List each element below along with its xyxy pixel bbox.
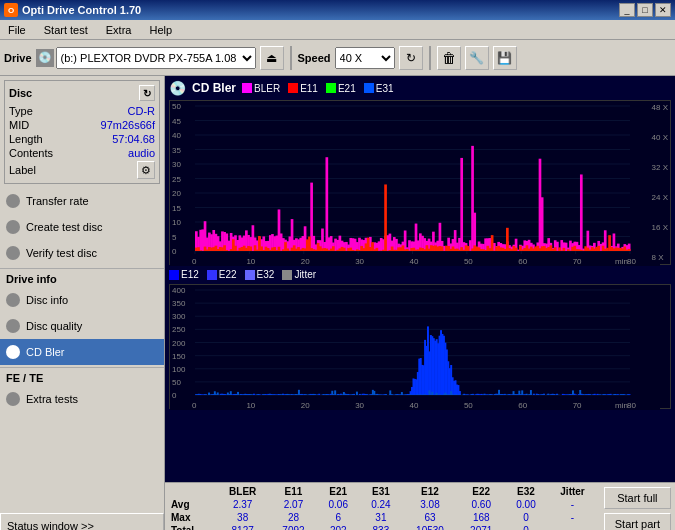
col-header-e21: E21 xyxy=(317,485,360,498)
disc-panel: Disc ↻ Type CD-R MID 97m26s66f Length 57… xyxy=(4,80,160,184)
e31-color xyxy=(364,83,374,93)
top-chart-container: 48 X 40 X 32 X 24 X 16 X 8 X xyxy=(169,100,671,265)
sidebar-item-verify-test-disc[interactable]: Verify test disc xyxy=(0,240,164,266)
type-value: CD-R xyxy=(128,105,156,117)
col-header-e22: E22 xyxy=(458,485,505,498)
col-header-jitter: Jitter xyxy=(547,485,597,498)
chart-bottom-header: E12 E22 E32 Jitter xyxy=(169,269,671,280)
label-label: Label xyxy=(9,164,36,176)
save-button[interactable]: 💾 xyxy=(493,46,517,70)
chart-area: 💿 CD Bler BLER E11 E21 xyxy=(165,76,675,482)
col-header-e32: E32 xyxy=(505,485,548,498)
tools-button[interactable]: 🔧 xyxy=(465,46,489,70)
top-chart-canvas xyxy=(170,101,660,266)
speed-label: Speed xyxy=(298,52,331,64)
menu-help[interactable]: Help xyxy=(145,22,176,38)
drive-icon: 💿 xyxy=(36,49,54,67)
toolbar: Drive 💿 (b:) PLEXTOR DVDR PX-755A 1.08 ⏏… xyxy=(0,40,675,76)
jitter-color xyxy=(282,270,292,280)
col-header-bler: BLER xyxy=(215,485,270,498)
create-test-disc-icon xyxy=(6,220,20,234)
status-window-button[interactable]: Status window >> xyxy=(0,513,164,530)
col-header-empty xyxy=(167,485,215,498)
chart-title: CD Bler xyxy=(192,81,236,95)
close-button[interactable]: ✕ xyxy=(655,3,671,17)
contents-label: Contents xyxy=(9,147,53,159)
erase-button[interactable]: 🗑 xyxy=(437,46,461,70)
sidebar-item-create-test-disc[interactable]: Create test disc xyxy=(0,214,164,240)
col-header-e11: E11 xyxy=(270,485,317,498)
fe-te-section[interactable]: FE / TE xyxy=(0,367,164,386)
maximize-button[interactable]: □ xyxy=(637,3,653,17)
menu-extra[interactable]: Extra xyxy=(102,22,136,38)
title-bar: O Opti Drive Control 1.70 _ □ ✕ xyxy=(0,0,675,20)
legend-e32: E32 xyxy=(245,269,275,280)
app-icon: O xyxy=(4,3,18,17)
legend-e11: E11 xyxy=(288,83,318,94)
start-full-button[interactable]: Start full xyxy=(604,487,671,509)
stats-table: BLER E11 E21 E31 E12 E22 E32 Jitter Avg2… xyxy=(167,485,598,530)
type-label: Type xyxy=(9,105,33,117)
legend-e21: E21 xyxy=(326,83,356,94)
chart-top-header: 💿 CD Bler BLER E11 E21 xyxy=(169,80,671,96)
mid-value: 97m26s66f xyxy=(101,119,155,131)
minimize-button[interactable]: _ xyxy=(619,3,635,17)
right-yaxis: 48 X 40 X 32 X 24 X 16 X 8 X xyxy=(652,101,668,264)
length-value: 57:04.68 xyxy=(112,133,155,145)
app-title: Opti Drive Control 1.70 xyxy=(22,4,141,16)
sidebar-item-disc-info[interactable]: Disc info xyxy=(0,287,164,313)
sidebar-item-disc-quality[interactable]: Disc quality xyxy=(0,313,164,339)
stats-area: BLER E11 E21 E31 E12 E22 E32 Jitter Avg2… xyxy=(165,482,675,530)
legend-e12: E12 xyxy=(169,269,199,280)
length-label: Length xyxy=(9,133,43,145)
disc-quality-icon xyxy=(6,319,20,333)
col-header-e31: E31 xyxy=(360,485,403,498)
menu-start-test[interactable]: Start test xyxy=(40,22,92,38)
transfer-rate-icon xyxy=(6,194,20,208)
bottom-chart-canvas xyxy=(170,285,660,410)
toolbar-separator xyxy=(290,46,292,70)
speed-select[interactable]: 40 X xyxy=(335,47,395,69)
label-icon-button[interactable]: ⚙ xyxy=(137,161,155,179)
disc-info-icon xyxy=(6,293,20,307)
e11-color xyxy=(288,83,298,93)
bler-color xyxy=(242,83,252,93)
menu-file[interactable]: File xyxy=(4,22,30,38)
content-area: 💿 CD Bler BLER E11 E21 xyxy=(165,76,675,530)
e22-color xyxy=(207,270,217,280)
legend-bler: BLER xyxy=(242,83,280,94)
cd-bler-icon xyxy=(6,345,20,359)
legend-e22: E22 xyxy=(207,269,237,280)
e12-color xyxy=(169,270,179,280)
start-buttons-area: Start full Start part xyxy=(600,483,675,530)
start-part-button[interactable]: Start part xyxy=(604,513,671,530)
bottom-chart-container xyxy=(169,284,671,409)
cd-icon: 💿 xyxy=(169,80,186,96)
drive-info-section[interactable]: Drive info xyxy=(0,268,164,287)
legend-jitter: Jitter xyxy=(282,269,316,280)
drive-label: Drive xyxy=(4,52,32,64)
verify-test-disc-icon xyxy=(6,246,20,260)
sidebar: Disc ↻ Type CD-R MID 97m26s66f Length 57… xyxy=(0,76,165,530)
sidebar-item-cd-bler[interactable]: CD Bler xyxy=(0,339,164,365)
toolbar-separator2 xyxy=(429,46,431,70)
e32-color xyxy=(245,270,255,280)
disc-header-label: Disc xyxy=(9,87,32,99)
refresh-button[interactable]: ↻ xyxy=(399,46,423,70)
window-controls[interactable]: _ □ ✕ xyxy=(619,3,671,17)
menu-bar: File Start test Extra Help xyxy=(0,20,675,40)
sidebar-item-transfer-rate[interactable]: Transfer rate xyxy=(0,188,164,214)
main-area: Disc ↻ Type CD-R MID 97m26s66f Length 57… xyxy=(0,76,675,530)
disc-refresh-button[interactable]: ↻ xyxy=(139,85,155,101)
mid-label: MID xyxy=(9,119,29,131)
col-header-e12: E12 xyxy=(402,485,458,498)
e21-color xyxy=(326,83,336,93)
sidebar-item-extra-tests[interactable]: Extra tests xyxy=(0,386,164,412)
bottom-legend: E12 E22 E32 Jitter xyxy=(169,269,316,280)
stats-table-container: BLER E11 E21 E31 E12 E22 E32 Jitter Avg2… xyxy=(165,483,600,530)
extra-tests-icon xyxy=(6,392,20,406)
drive-select[interactable]: (b:) PLEXTOR DVDR PX-755A 1.08 xyxy=(56,47,256,69)
eject-button[interactable]: ⏏ xyxy=(260,46,284,70)
top-legend: BLER E11 E21 E31 xyxy=(242,83,394,94)
legend-e31: E31 xyxy=(364,83,394,94)
